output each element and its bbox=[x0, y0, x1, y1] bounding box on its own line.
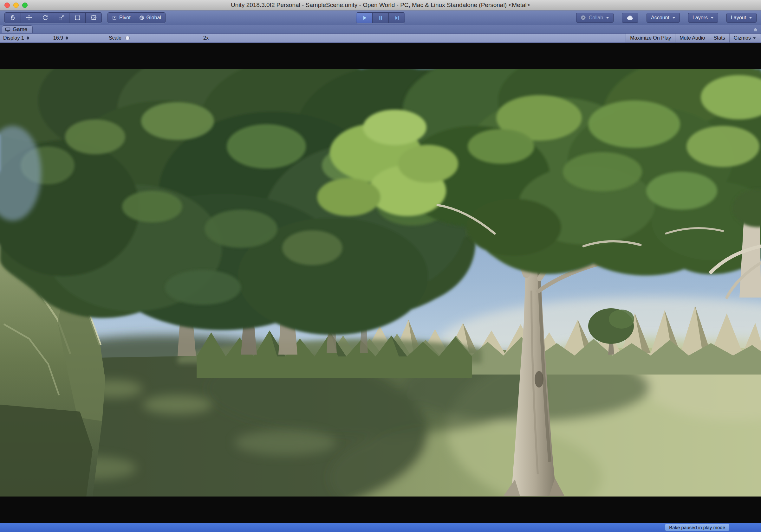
caret-down-icon bbox=[672, 17, 675, 19]
mute-audio-button[interactable]: Mute Audio bbox=[675, 33, 709, 42]
pause-button[interactable] bbox=[373, 13, 389, 23]
mute-audio-label: Mute Audio bbox=[679, 35, 705, 41]
titlebar: Unity 2018.3.0f2 Personal - SampleScene.… bbox=[0, 0, 761, 11]
gizmos-button[interactable]: Gizmos bbox=[729, 33, 760, 42]
window-title: Unity 2018.3.0f2 Personal - SampleScene.… bbox=[0, 0, 761, 10]
scale-slider[interactable] bbox=[125, 36, 199, 40]
layers-label: Layers bbox=[692, 15, 708, 21]
global-icon bbox=[139, 15, 144, 20]
toolbar-right-group: Collab Account Layers Layout bbox=[576, 13, 757, 23]
scale-slider-handle[interactable] bbox=[125, 36, 130, 40]
aspect-dropdown-label: 16:9 bbox=[53, 35, 63, 41]
global-button[interactable]: Global bbox=[135, 13, 165, 23]
pause-icon bbox=[377, 15, 384, 21]
game-render bbox=[0, 69, 761, 497]
play-icon bbox=[361, 15, 368, 21]
pivot-icon bbox=[112, 15, 117, 20]
tab-game[interactable]: Game bbox=[2, 26, 33, 33]
rect-tool-icon bbox=[74, 14, 81, 21]
maximize-on-play-button[interactable]: Maximize On Play bbox=[626, 33, 675, 42]
close-button[interactable] bbox=[4, 3, 10, 8]
stats-label: Stats bbox=[713, 35, 725, 41]
account-label: Account bbox=[651, 15, 670, 21]
transform-tool-icon bbox=[90, 14, 97, 21]
layout-label: Layout bbox=[731, 15, 746, 21]
stepper-icon bbox=[66, 36, 68, 40]
unity-window: Unity 2018.3.0f2 Personal - SampleScene.… bbox=[0, 0, 761, 532]
game-render-image bbox=[0, 69, 761, 497]
minimize-button[interactable] bbox=[13, 3, 19, 8]
bake-status-badge: Bake paused in play mode bbox=[665, 524, 729, 531]
move-tool-icon bbox=[26, 14, 32, 21]
scale-slider-track bbox=[125, 38, 199, 38]
scale-label: Scale bbox=[109, 35, 121, 41]
layers-button[interactable]: Layers bbox=[688, 13, 718, 23]
caret-down-icon bbox=[749, 17, 752, 19]
display-dropdown[interactable]: Display 1 bbox=[0, 33, 32, 42]
traffic-lights bbox=[4, 3, 28, 8]
pivot-label: Pivot bbox=[119, 15, 131, 21]
scale-tool-button[interactable] bbox=[53, 13, 70, 23]
pivot-global-group: Pivot Global bbox=[107, 12, 165, 23]
cloud-icon bbox=[626, 15, 634, 20]
cloud-button[interactable] bbox=[622, 13, 638, 23]
move-tool-button[interactable] bbox=[21, 13, 37, 23]
main-toolbar: Pivot Global Collab bbox=[0, 11, 761, 25]
layout-button[interactable]: Layout bbox=[727, 13, 757, 23]
global-label: Global bbox=[146, 15, 161, 21]
fullscreen-button[interactable] bbox=[22, 3, 28, 8]
game-view-icon bbox=[5, 27, 11, 32]
collab-icon bbox=[581, 15, 586, 20]
game-view-toolbar: Display 1 16:9 Scale 2x Maximize On Play… bbox=[0, 33, 761, 43]
playmode-controls bbox=[356, 12, 405, 23]
step-button[interactable] bbox=[389, 13, 405, 23]
caret-down-icon bbox=[753, 37, 756, 39]
step-icon bbox=[393, 15, 400, 21]
caret-down-icon bbox=[606, 17, 609, 19]
stepper-icon bbox=[27, 36, 29, 40]
scale-tool-icon bbox=[58, 14, 65, 21]
stats-button[interactable]: Stats bbox=[709, 33, 729, 42]
game-view-right-buttons: Maximize On Play Mute Audio Stats Gizmos bbox=[626, 33, 760, 42]
rotate-tool-button[interactable] bbox=[37, 13, 53, 23]
transform-tools bbox=[4, 12, 102, 23]
display-dropdown-label: Display 1 bbox=[3, 35, 24, 41]
rect-tool-button[interactable] bbox=[70, 13, 86, 23]
hand-tool-button[interactable] bbox=[5, 13, 21, 23]
scale-value: 2x bbox=[203, 35, 208, 41]
hand-tool-icon bbox=[10, 14, 16, 21]
tab-bar: Game bbox=[0, 25, 761, 33]
transform-tool-button[interactable] bbox=[86, 13, 101, 23]
account-button[interactable]: Account bbox=[647, 13, 680, 23]
aspect-ratio-dropdown[interactable]: 16:9 bbox=[50, 33, 71, 42]
tab-context-menu-icon[interactable] bbox=[753, 27, 758, 32]
caret-down-icon bbox=[711, 17, 714, 19]
play-button[interactable] bbox=[356, 13, 373, 23]
gizmos-label: Gizmos bbox=[734, 35, 751, 41]
game-viewport[interactable] bbox=[0, 43, 761, 523]
tab-game-label: Game bbox=[13, 26, 27, 33]
maximize-on-play-label: Maximize On Play bbox=[630, 35, 671, 41]
pivot-button[interactable]: Pivot bbox=[108, 13, 135, 23]
status-bar: Bake paused in play mode bbox=[0, 523, 761, 532]
collab-button[interactable]: Collab bbox=[576, 13, 614, 23]
collab-label: Collab bbox=[589, 15, 603, 21]
rotate-tool-icon bbox=[42, 14, 48, 21]
